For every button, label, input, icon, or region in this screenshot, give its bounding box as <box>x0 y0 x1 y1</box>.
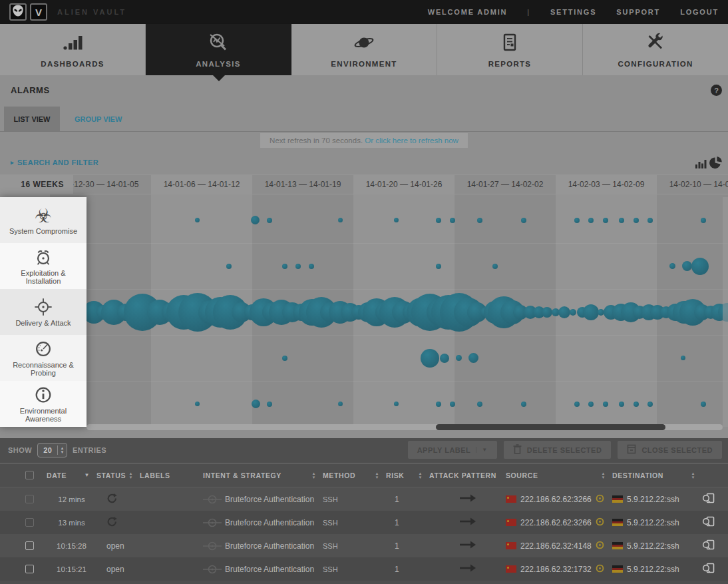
alarm-row[interactable]: 10:15:28openBruteforce AuthenticationSSH… <box>0 534 728 557</box>
alarm-bubble[interactable] <box>558 306 570 318</box>
column-header-intent[interactable]: INTENT & STRATEGY▲▼ <box>203 471 323 479</box>
help-icon[interactable]: ? <box>711 85 722 96</box>
column-header-method[interactable]: METHOD▲▼ <box>323 471 386 479</box>
alarm-bubble[interactable] <box>282 356 287 361</box>
menu-logout[interactable]: LOGOUT <box>680 8 719 16</box>
alarm-bubble[interactable] <box>195 218 200 222</box>
tab-group-view[interactable]: GROUP VIEW <box>75 107 122 131</box>
select-all-checkbox[interactable] <box>25 471 34 479</box>
alarm-row[interactable]: 13 minsBruteforce AuthenticationSSH1222.… <box>0 511 728 534</box>
column-header-status[interactable]: STATUS▲▼ <box>96 471 140 479</box>
column-header-labels[interactable]: LABELS <box>140 471 203 479</box>
vertical-scrollbar-track[interactable] <box>723 197 728 427</box>
alarm-bubble[interactable] <box>195 402 200 406</box>
alarm-bubble[interactable] <box>619 218 624 223</box>
welcome-admin[interactable]: WELCOME ADMIN <box>428 8 508 16</box>
alarm-bubble[interactable] <box>477 218 482 223</box>
alarm-bubble[interactable] <box>647 402 653 407</box>
alarm-details-button[interactable] <box>702 516 728 529</box>
tab-list-view[interactable]: LIST VIEW <box>4 107 60 131</box>
alarm-bubble[interactable] <box>251 216 260 224</box>
column-header-date[interactable]: DATE▼ <box>47 471 96 479</box>
alarm-bubble[interactable] <box>701 218 706 223</box>
alarm-bubble[interactable] <box>634 218 639 223</box>
alarm-bubble[interactable] <box>309 264 314 269</box>
row-checkbox[interactable] <box>25 541 34 550</box>
category-delivery-attack[interactable]: Delivery & Attack <box>0 289 87 335</box>
alarm-bubble[interactable] <box>440 354 449 363</box>
alarm-bubble[interactable] <box>267 218 272 223</box>
nav-tab-dashboards[interactable]: DASHBOARDS <box>0 24 146 75</box>
menu-settings[interactable]: SETTINGS <box>550 8 596 16</box>
alarm-bubble[interactable] <box>338 218 343 222</box>
alarm-destination[interactable]: 5.9.212.22:ssh <box>612 518 702 527</box>
alarm-source[interactable]: 222.186.62.32:1732 <box>506 564 612 575</box>
row-checkbox[interactable] <box>25 518 34 527</box>
alarm-details-button[interactable] <box>702 539 728 552</box>
alarm-bubble[interactable] <box>669 263 675 269</box>
sort-icon[interactable]: ▲▼ <box>128 471 133 479</box>
alarm-bubble[interactable] <box>574 402 580 407</box>
alarm-bubble[interactable] <box>542 307 552 318</box>
alarm-bubble[interactable] <box>226 264 232 269</box>
alarm-bubble[interactable] <box>588 218 594 223</box>
alarm-bubble[interactable] <box>338 402 343 406</box>
column-header-risk[interactable]: RISK▲▼ <box>386 471 429 479</box>
alarm-bubble[interactable] <box>521 218 526 223</box>
category-exploitation-installation[interactable]: Exploitation & Installation <box>0 243 87 289</box>
alarm-bubble[interactable] <box>295 264 301 269</box>
column-header-attack[interactable]: ATTACK PATTERN <box>429 471 506 479</box>
alarm-source[interactable]: 222.186.62.32:4148 <box>506 541 612 551</box>
sort-icon[interactable]: ▲▼ <box>311 471 316 479</box>
alarm-destination[interactable]: 5.9.212.22:ssh <box>612 565 702 574</box>
alarm-bubble[interactable] <box>282 264 287 269</box>
category-environmental-awareness[interactable]: Environmental Awareness <box>0 381 87 427</box>
alarm-bubble[interactable] <box>477 402 482 407</box>
sort-icon[interactable]: ▲▼ <box>691 471 695 479</box>
alarm-bubble[interactable] <box>647 218 653 223</box>
alarm-bubble[interactable] <box>492 264 498 269</box>
alarm-source[interactable]: 222.186.62.62:3266 <box>506 494 612 505</box>
sort-icon[interactable]: ▲▼ <box>601 471 606 479</box>
alarm-bubble[interactable] <box>681 356 685 360</box>
alarm-bubble[interactable] <box>682 261 692 271</box>
alarm-bubble[interactable] <box>603 402 608 407</box>
menu-support[interactable]: SUPPORT <box>616 8 660 16</box>
nav-tab-analysis[interactable]: ANALYSIS <box>146 24 291 75</box>
horizontal-scrollbar-thumb[interactable] <box>436 424 665 430</box>
alarm-bubble[interactable] <box>691 258 709 275</box>
search-and-filter-toggle[interactable]: ▸ SEARCH AND FILTER <box>11 158 98 166</box>
alarm-bubble[interactable] <box>394 402 399 406</box>
sort-desc-icon[interactable]: ▼ <box>84 472 90 478</box>
alarm-destination[interactable]: 5.9.212.22:ssh <box>612 495 702 504</box>
alarm-details-button[interactable] <box>702 493 728 505</box>
page-size-select[interactable]: 20 ▲▼ <box>37 443 67 457</box>
category-system-compromise[interactable]: ☣System Compromise <box>0 197 87 243</box>
alarm-row[interactable]: 12 minsBruteforce AuthenticationSSH1222.… <box>0 487 728 511</box>
row-checkbox[interactable] <box>25 495 34 503</box>
alarm-bubble[interactable] <box>421 349 439 368</box>
column-header-dest[interactable]: DESTINATION▲▼ <box>612 471 702 479</box>
alarm-bubble[interactable] <box>574 218 580 223</box>
alarm-source[interactable]: 222.186.62.62:3266 <box>506 517 612 528</box>
alarm-details-button[interactable] <box>702 563 728 575</box>
alarm-bubble[interactable] <box>436 402 441 407</box>
column-header-source[interactable]: SOURCE▲▼ <box>506 471 612 479</box>
category-reconnaissance-probing[interactable]: Reconnaissance & Probing <box>0 335 87 381</box>
alarm-bubble[interactable] <box>252 400 260 408</box>
nav-tab-configuration[interactable]: CONFIGURATION <box>583 24 728 75</box>
alarm-bubble[interactable] <box>450 218 455 223</box>
alarm-destination[interactable]: 5.9.212.22:ssh <box>612 541 702 551</box>
sort-icon[interactable]: ▲▼ <box>375 471 379 479</box>
alarm-bubble[interactable] <box>521 402 526 407</box>
alarm-bubble[interactable] <box>394 218 399 222</box>
alarm-bubble[interactable] <box>450 402 455 407</box>
pie-chart-toggle-icon[interactable] <box>709 156 723 172</box>
close-selected-button[interactable]: CLOSE SELECTED <box>618 441 722 459</box>
alarm-bubble[interactable] <box>588 402 594 407</box>
horizontal-scrollbar-track[interactable] <box>87 424 723 430</box>
alarm-bubble[interactable] <box>456 355 462 361</box>
alarm-bubble[interactable] <box>603 218 608 223</box>
alarm-bubble[interactable] <box>583 304 599 320</box>
nav-tab-reports[interactable]: REPORTS <box>437 24 583 75</box>
